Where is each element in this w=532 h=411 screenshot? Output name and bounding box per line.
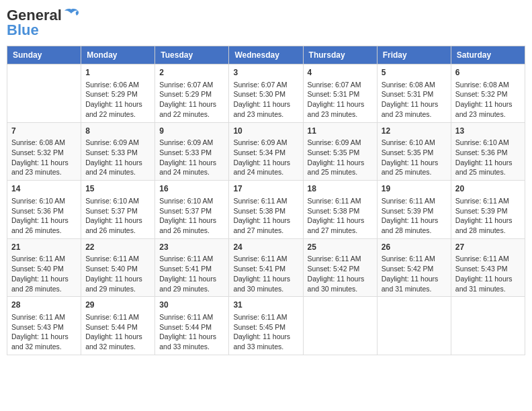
day-number: 28 — [11, 300, 77, 311]
day-info: Sunrise: 6:10 AM Sunset: 5:36 PM Dayligh… — [11, 196, 77, 236]
calendar-cell: 5Sunrise: 6:08 AM Sunset: 5:31 PM Daylig… — [377, 64, 451, 123]
day-number: 9 — [159, 126, 224, 137]
calendar-cell: 22Sunrise: 6:11 AM Sunset: 5:40 PM Dayli… — [81, 238, 155, 297]
day-number: 13 — [455, 126, 521, 137]
day-number: 25 — [308, 242, 373, 253]
day-info: Sunrise: 6:11 AM Sunset: 5:39 PM Dayligh… — [382, 196, 447, 236]
day-info: Sunrise: 6:11 AM Sunset: 5:39 PM Dayligh… — [455, 196, 521, 236]
calendar-cell: 28Sunrise: 6:11 AM Sunset: 5:43 PM Dayli… — [7, 297, 81, 355]
day-info: Sunrise: 6:11 AM Sunset: 5:42 PM Dayligh… — [382, 254, 447, 293]
calendar-cell: 7Sunrise: 6:08 AM Sunset: 5:32 PM Daylig… — [7, 122, 81, 181]
calendar-cell: 21Sunrise: 6:11 AM Sunset: 5:40 PM Dayli… — [7, 238, 81, 297]
calendar-table: SundayMondayTuesdayWednesdayThursdayFrid… — [7, 46, 525, 355]
calendar-cell — [377, 297, 451, 355]
week-row-4: 21Sunrise: 6:11 AM Sunset: 5:40 PM Dayli… — [7, 238, 525, 297]
day-info: Sunrise: 6:09 AM Sunset: 5:34 PM Dayligh… — [233, 138, 298, 177]
calendar-cell — [451, 297, 525, 355]
calendar-cell: 16Sunrise: 6:10 AM Sunset: 5:37 PM Dayli… — [155, 181, 229, 239]
day-number: 14 — [11, 183, 77, 195]
calendar-cell — [7, 64, 81, 123]
column-header-tuesday: Tuesday — [155, 46, 229, 64]
day-info: Sunrise: 6:11 AM Sunset: 5:44 PM Dayligh… — [85, 312, 150, 352]
day-number: 22 — [85, 242, 150, 253]
day-number: 10 — [233, 126, 298, 137]
day-number: 6 — [455, 67, 521, 79]
column-header-saturday: Saturday — [451, 46, 525, 64]
calendar-cell: 27Sunrise: 6:11 AM Sunset: 5:43 PM Dayli… — [451, 238, 525, 297]
column-header-monday: Monday — [81, 46, 155, 64]
day-info: Sunrise: 6:11 AM Sunset: 5:41 PM Dayligh… — [233, 254, 298, 293]
calendar-cell: 17Sunrise: 6:11 AM Sunset: 5:38 PM Dayli… — [229, 181, 303, 239]
day-number: 16 — [159, 183, 224, 195]
column-header-friday: Friday — [377, 46, 451, 64]
calendar-cell: 25Sunrise: 6:11 AM Sunset: 5:42 PM Dayli… — [303, 238, 377, 297]
day-info: Sunrise: 6:11 AM Sunset: 5:40 PM Dayligh… — [85, 254, 150, 293]
day-info: Sunrise: 6:07 AM Sunset: 5:29 PM Dayligh… — [159, 80, 224, 120]
calendar-cell: 3Sunrise: 6:07 AM Sunset: 5:30 PM Daylig… — [229, 64, 303, 123]
day-info: Sunrise: 6:11 AM Sunset: 5:42 PM Dayligh… — [308, 254, 373, 293]
day-number: 24 — [233, 242, 298, 253]
calendar-cell: 19Sunrise: 6:11 AM Sunset: 5:39 PM Dayli… — [377, 181, 451, 239]
day-number: 18 — [308, 183, 373, 195]
day-info: Sunrise: 6:08 AM Sunset: 5:32 PM Dayligh… — [455, 80, 521, 120]
calendar-cell: 14Sunrise: 6:10 AM Sunset: 5:36 PM Dayli… — [7, 181, 81, 239]
calendar-cell: 12Sunrise: 6:10 AM Sunset: 5:35 PM Dayli… — [377, 122, 451, 181]
calendar-cell: 15Sunrise: 6:10 AM Sunset: 5:37 PM Dayli… — [81, 181, 155, 239]
day-info: Sunrise: 6:11 AM Sunset: 5:38 PM Dayligh… — [308, 196, 373, 236]
logo-blue-text: Blue — [7, 21, 39, 39]
calendar-cell: 23Sunrise: 6:11 AM Sunset: 5:41 PM Dayli… — [155, 238, 229, 297]
day-number: 2 — [159, 67, 224, 79]
page-header: General Blue — [7, 7, 525, 39]
day-number: 15 — [85, 183, 150, 195]
day-info: Sunrise: 6:08 AM Sunset: 5:31 PM Dayligh… — [382, 80, 447, 120]
day-number: 27 — [455, 242, 521, 253]
day-number: 5 — [382, 67, 447, 79]
logo-bird-icon — [63, 8, 79, 20]
column-header-sunday: Sunday — [7, 46, 81, 64]
week-row-3: 14Sunrise: 6:10 AM Sunset: 5:36 PM Dayli… — [7, 181, 525, 239]
day-info: Sunrise: 6:10 AM Sunset: 5:35 PM Dayligh… — [382, 138, 447, 177]
day-number: 21 — [11, 242, 77, 253]
day-info: Sunrise: 6:11 AM Sunset: 5:38 PM Dayligh… — [233, 196, 298, 236]
day-info: Sunrise: 6:08 AM Sunset: 5:32 PM Dayligh… — [11, 138, 77, 177]
day-info: Sunrise: 6:10 AM Sunset: 5:37 PM Dayligh… — [159, 196, 224, 236]
day-info: Sunrise: 6:09 AM Sunset: 5:33 PM Dayligh… — [85, 138, 150, 177]
day-number: 1 — [85, 67, 150, 79]
day-info: Sunrise: 6:07 AM Sunset: 5:31 PM Dayligh… — [308, 80, 373, 120]
calendar-cell: 20Sunrise: 6:11 AM Sunset: 5:39 PM Dayli… — [451, 181, 525, 239]
calendar-cell: 6Sunrise: 6:08 AM Sunset: 5:32 PM Daylig… — [451, 64, 525, 123]
week-row-5: 28Sunrise: 6:11 AM Sunset: 5:43 PM Dayli… — [7, 297, 525, 355]
calendar-cell: 10Sunrise: 6:09 AM Sunset: 5:34 PM Dayli… — [229, 122, 303, 181]
day-number: 17 — [233, 183, 298, 195]
day-info: Sunrise: 6:09 AM Sunset: 5:33 PM Dayligh… — [159, 138, 224, 177]
day-number: 7 — [11, 126, 77, 137]
day-number: 29 — [85, 300, 150, 311]
day-number: 3 — [233, 67, 298, 79]
day-number: 19 — [382, 183, 447, 195]
column-header-thursday: Thursday — [303, 46, 377, 64]
column-header-wednesday: Wednesday — [229, 46, 303, 64]
day-number: 31 — [233, 300, 298, 311]
day-number: 8 — [85, 126, 150, 137]
day-info: Sunrise: 6:10 AM Sunset: 5:37 PM Dayligh… — [85, 196, 150, 236]
calendar-cell: 11Sunrise: 6:09 AM Sunset: 5:35 PM Dayli… — [303, 122, 377, 181]
day-info: Sunrise: 6:06 AM Sunset: 5:29 PM Dayligh… — [85, 80, 150, 120]
calendar-cell: 30Sunrise: 6:11 AM Sunset: 5:44 PM Dayli… — [155, 297, 229, 355]
day-number: 4 — [308, 67, 373, 79]
calendar-cell: 31Sunrise: 6:11 AM Sunset: 5:45 PM Dayli… — [229, 297, 303, 355]
calendar-cell: 2Sunrise: 6:07 AM Sunset: 5:29 PM Daylig… — [155, 64, 229, 123]
calendar-cell: 9Sunrise: 6:09 AM Sunset: 5:33 PM Daylig… — [155, 122, 229, 181]
day-number: 20 — [455, 183, 521, 195]
day-info: Sunrise: 6:11 AM Sunset: 5:43 PM Dayligh… — [455, 254, 521, 293]
calendar-cell: 4Sunrise: 6:07 AM Sunset: 5:31 PM Daylig… — [303, 64, 377, 123]
week-row-2: 7Sunrise: 6:08 AM Sunset: 5:32 PM Daylig… — [7, 122, 525, 181]
day-info: Sunrise: 6:11 AM Sunset: 5:40 PM Dayligh… — [11, 254, 77, 293]
day-info: Sunrise: 6:11 AM Sunset: 5:41 PM Dayligh… — [159, 254, 224, 293]
day-info: Sunrise: 6:11 AM Sunset: 5:43 PM Dayligh… — [11, 312, 77, 352]
day-info: Sunrise: 6:09 AM Sunset: 5:35 PM Dayligh… — [308, 138, 373, 177]
calendar-cell: 8Sunrise: 6:09 AM Sunset: 5:33 PM Daylig… — [81, 122, 155, 181]
calendar-cell: 26Sunrise: 6:11 AM Sunset: 5:42 PM Dayli… — [377, 238, 451, 297]
calendar-cell — [303, 297, 377, 355]
day-number: 11 — [308, 126, 373, 137]
day-info: Sunrise: 6:11 AM Sunset: 5:44 PM Dayligh… — [159, 312, 224, 352]
